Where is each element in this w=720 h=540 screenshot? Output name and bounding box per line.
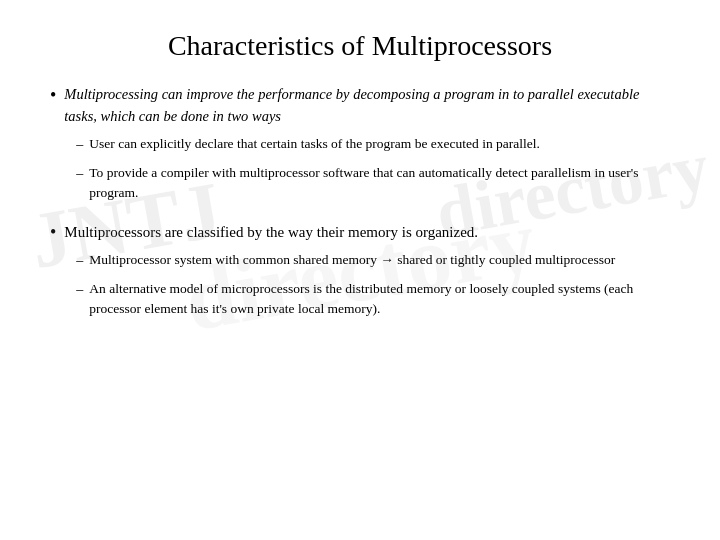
- bullet-2-text: Multiprocessors are classified by the wa…: [64, 224, 478, 240]
- bullet-2-subitems: – Multiprocessor system with common shar…: [76, 250, 670, 320]
- sub-item-1-1: – User can explicitly declare that certa…: [76, 134, 670, 155]
- sub-text-2-1: Multiprocessor system with common shared…: [89, 250, 615, 270]
- bullet-dot-2: •: [50, 219, 56, 245]
- bullet-item-2: • Multiprocessors are classified by the …: [50, 221, 670, 327]
- sub-dash-2-1: –: [76, 250, 83, 271]
- bullet-1-text: Multiprocessing can improve the performa…: [64, 86, 639, 124]
- sub-text-1-1: User can explicitly declare that certain…: [89, 134, 540, 154]
- content-area: • Multiprocessing can improve the perfor…: [50, 84, 670, 327]
- sub-text-2-2: An alternative model of microprocessors …: [89, 279, 670, 320]
- bullet-2-content: Multiprocessors are classified by the wa…: [64, 221, 670, 327]
- bullet-1-subitems: – User can explicitly declare that certa…: [76, 134, 670, 204]
- page-container: JNTJ directory directory Characteristics…: [0, 0, 720, 540]
- bullet-1-content: Multiprocessing can improve the performa…: [64, 84, 670, 211]
- page-title: Characteristics of Multiprocessors: [50, 30, 670, 62]
- sub-dash-2-2: –: [76, 279, 83, 300]
- sub-item-2-1: – Multiprocessor system with common shar…: [76, 250, 670, 271]
- sub-text-1-2: To provide a compiler with multiprocesso…: [89, 163, 670, 204]
- bullet-item-1: • Multiprocessing can improve the perfor…: [50, 84, 670, 211]
- sub-dash-1-1: –: [76, 134, 83, 155]
- sub-item-1-2: – To provide a compiler with multiproces…: [76, 163, 670, 204]
- bullet-dot-1: •: [50, 82, 56, 108]
- sub-item-2-2: – An alternative model of microprocessor…: [76, 279, 670, 320]
- sub-dash-1-2: –: [76, 163, 83, 184]
